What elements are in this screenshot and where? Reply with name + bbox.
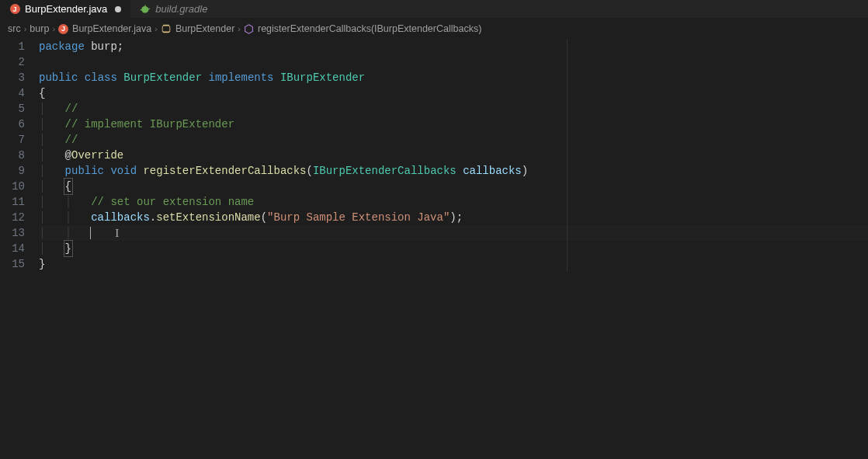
tab-label: build.gradle	[155, 3, 207, 15]
breadcrumb-segment-method[interactable]: registerExtenderCallbacks(IBurpExtenderC…	[244, 23, 481, 34]
line-number-gutter: 12345 678910 1112131415	[0, 39, 39, 272]
i-beam-icon: I	[115, 225, 119, 241]
class-icon	[161, 23, 172, 34]
breadcrumb-segment-file[interactable]: J BurpExtender.java	[58, 23, 151, 34]
method-icon	[244, 24, 254, 34]
breadcrumb: src › burp › J BurpExtender.java › BurpE…	[0, 19, 868, 39]
breadcrumb-segment-class[interactable]: BurpExtender	[161, 23, 234, 34]
tab-label: BurpExtender.java	[25, 3, 107, 15]
tab-burpextender-java[interactable]: J BurpExtender.java	[0, 0, 130, 18]
tab-bar: J BurpExtender.java build.gradle	[0, 0, 868, 19]
chevron-right-icon: ›	[24, 24, 27, 33]
tab-build-gradle[interactable]: build.gradle	[130, 0, 217, 18]
code-editor[interactable]: 12345 678910 1112131415 package burp; pu…	[0, 39, 868, 272]
breadcrumb-segment-src[interactable]: src	[8, 23, 21, 34]
chevron-right-icon: ›	[155, 24, 158, 33]
code-area[interactable]: package burp; public class BurpExtender …	[39, 39, 868, 272]
java-file-icon: J	[9, 4, 20, 15]
java-file-icon: J	[58, 24, 68, 34]
chevron-right-icon: ›	[52, 24, 55, 33]
text-cursor	[90, 227, 91, 239]
chevron-right-icon: ›	[238, 24, 241, 33]
breadcrumb-segment-burp[interactable]: burp	[30, 23, 49, 34]
dirty-indicator-icon	[115, 6, 121, 12]
gradle-file-icon	[140, 4, 151, 15]
